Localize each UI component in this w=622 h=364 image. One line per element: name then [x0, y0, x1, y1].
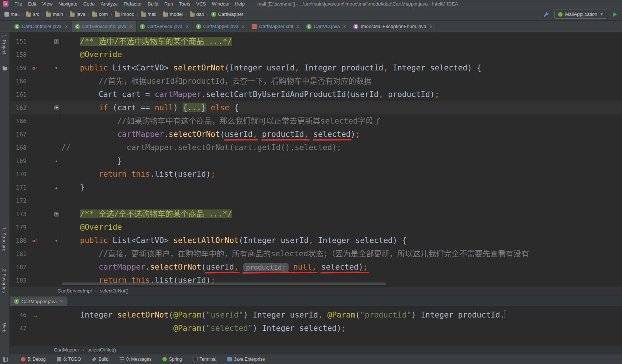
code-line[interactable]: 46→ Integer selectOrNot(@Param("userId")… — [10, 308, 622, 322]
breadcrumb-item-src[interactable]: src — [26, 11, 39, 17]
code-line[interactable]: 181 //直接，更新该用户，在购物车中的，所有商品的selected状态；（因… — [10, 247, 622, 260]
run-configuration-selector[interactable]: MallApplication ▼ — [554, 10, 607, 19]
close-icon[interactable]: × — [430, 24, 433, 30]
toolwindow-button-project[interactable]: 1: Project — [1, 35, 7, 55]
code-line[interactable]: 172 — [10, 194, 622, 207]
breadcrumb-item-cartserviceimpl[interactable]: CartServiceImpl — [58, 288, 92, 294]
menu-item-refactor[interactable]: Refactor — [121, 0, 145, 7]
code-line[interactable]: 182 cartMapper.selectOrNot(userId, produ… — [10, 260, 622, 274]
toolwindow-toggle-icon[interactable] — [3, 357, 8, 362]
statusbar-item-todo[interactable]: 6: TODO — [57, 357, 81, 362]
code-line[interactable]: 168// cartMapper.selectOrNot(cart.getId(… — [10, 141, 622, 154]
overriding-method-icon[interactable]: o↑ — [28, 238, 42, 243]
fold-open-icon[interactable]: ▾ — [54, 238, 59, 243]
code-line[interactable]: 170 return this.list(userId); — [10, 167, 622, 181]
code-line[interactable]: 167 cartMapper.selectOrNot(userId, produ… — [10, 128, 622, 141]
code-line[interactable]: 169▴ } — [10, 154, 622, 167]
tab-cartserviceimpl-java[interactable]: CartServiceImpl.java× — [72, 21, 137, 32]
code-line[interactable]: 159o↑▾ public List<CartVO> selectOrNot(I… — [10, 61, 622, 74]
scrollbar-thumb[interactable] — [62, 282, 386, 285]
statusbar-item-debug[interactable]: 5: Debug — [21, 357, 46, 362]
code-line[interactable]: 171▴ } — [10, 181, 622, 194]
close-icon[interactable]: × — [343, 24, 346, 30]
code-line[interactable]: 151+ /** 选中/不选中购物车的某个商品 ...*/ — [10, 35, 622, 48]
tab-cartservice-java[interactable]: CartService.java× — [137, 21, 193, 32]
run-button[interactable] — [612, 11, 618, 17]
code-token: , — [252, 130, 257, 139]
breadcrumb-item-main[interactable]: main — [46, 11, 63, 17]
toolwindow-button-structure[interactable]: 7: Structure — [1, 227, 7, 252]
breadcrumb-item-cartmapper[interactable]: CartMapper — [54, 347, 79, 353]
menu-item-build[interactable]: Build — [145, 0, 161, 7]
menu-item-vcs[interactable]: VCS — [193, 0, 209, 7]
menu-item-window[interactable]: Window — [209, 0, 232, 7]
fold-open-icon[interactable]: ▾ — [54, 65, 59, 71]
statusbar-item-messages[interactable]: 0: Messages — [120, 357, 151, 362]
close-icon[interactable]: × — [186, 24, 189, 30]
tab-cartmapper-xml[interactable]: CartMapper.xml× — [248, 21, 303, 32]
tab-cartcontroller-java[interactable]: CartController.java× — [11, 21, 72, 32]
close-icon[interactable]: × — [242, 24, 245, 30]
fold-plus-icon[interactable]: + — [54, 212, 59, 216]
close-icon[interactable]: × — [65, 24, 68, 30]
menu-item-tools[interactable]: Tools — [176, 0, 193, 7]
code-line[interactable]: 173+ /** 全选/全不选购物车的某个商品 ...*/ — [10, 207, 622, 221]
menu-item-view[interactable]: View — [39, 0, 55, 7]
build-tools-wrench-icon[interactable] — [543, 11, 549, 17]
menu-item-code[interactable]: Code — [80, 0, 98, 7]
fold-close-icon[interactable]: ▴ — [54, 158, 59, 164]
statusbar-item-terminal[interactable]: Terminal — [193, 357, 216, 362]
fold-plus-icon[interactable]: + — [54, 39, 59, 44]
breadcrumb-item-mall[interactable]: mall — [4, 11, 20, 17]
close-icon[interactable]: × — [130, 24, 133, 30]
menu-item-edit[interactable]: Edit — [25, 0, 39, 7]
menu-item-file[interactable]: File — [11, 0, 25, 7]
tab-cartmapper-java-bottom[interactable]: CartMapper.java × — [10, 297, 67, 306]
code-token: ; — [363, 263, 368, 271]
breadcrumb-item-selectornot[interactable]: selectOrNot() — [87, 347, 116, 353]
menu-item-help[interactable]: Help — [232, 0, 248, 7]
statusbar-item-spring[interactable]: Spring — [162, 357, 182, 362]
statusbar-item-build[interactable]: Build — [92, 357, 109, 362]
gutter: 159o↑▾ — [10, 61, 61, 74]
breadcrumb-item-dao[interactable]: dao — [190, 11, 205, 17]
fold-close-icon[interactable]: ▴ — [54, 185, 59, 190]
code-line[interactable]: 160 //首先，根据userId和productId，去查一下，看购物车中是否… — [10, 74, 622, 88]
code-token — [289, 263, 293, 271]
menu-item-run[interactable]: Run — [161, 0, 176, 7]
menu-item-analyze[interactable]: Analyze — [98, 0, 121, 7]
overriding-method-icon[interactable]: o↑ — [28, 65, 42, 71]
gutter: 166 — [10, 114, 61, 128]
breadcrumb-item-java[interactable]: java — [70, 11, 85, 17]
gutter: 161 — [10, 88, 61, 101]
intellij-logo-icon: IJ — [3, 1, 8, 7]
horizontal-scrollbar[interactable] — [62, 282, 621, 286]
breadcrumb-item-cartmapper[interactable]: CartMapper — [211, 11, 244, 17]
breadcrumb-item-selectornot[interactable]: selectOrNot() — [100, 288, 128, 294]
code-line[interactable]: 158 @Override — [10, 48, 622, 61]
statusbar-item-java-enterprise[interactable]: Java Enterprise — [227, 357, 265, 362]
execution-arrow-icon[interactable]: → — [28, 311, 42, 319]
code-line[interactable]: 161 Cart cart = cartMapper.selectCartByU… — [10, 88, 622, 101]
close-icon[interactable]: × — [296, 24, 299, 30]
tab-cartvo-java[interactable]: CartVO.java× — [303, 21, 350, 32]
code-line[interactable]: 179 @Override — [10, 221, 622, 234]
toolwindow-button-web[interactable]: Web — [1, 323, 7, 332]
bottom-code-editor[interactable]: 46→ Integer selectOrNot(@Param("userId")… — [10, 306, 622, 345]
code-token: @Param — [173, 311, 201, 319]
fold-plus-icon[interactable]: + — [54, 105, 59, 110]
close-icon[interactable]: × — [60, 298, 63, 304]
breadcrumb-item-mall[interactable]: mall — [141, 11, 157, 17]
toolwindow-button-favorites[interactable]: 2: Favorites — [1, 268, 7, 293]
code-line[interactable]: 47 @Param("selected") Integer selected); — [10, 322, 622, 335]
breadcrumb-item-model[interactable]: model — [163, 11, 183, 17]
tab-imoocmallexceptionenum-java[interactable]: ImoocMallExceptionEnum.java× — [350, 21, 436, 32]
code-line[interactable]: 180o↑▾ public List<CartVO> selectAllOrNo… — [10, 234, 622, 247]
code-line[interactable]: 166 //如果购物车中有这个商品，那么我们就可以正常去更新其selected字… — [10, 114, 622, 128]
breadcrumb-item-com[interactable]: com — [92, 11, 108, 17]
code-line[interactable]: 162+ if (cart == null) {...} else { — [10, 101, 622, 114]
main-code-editor[interactable]: 151+ /** 选中/不选中购物车的某个商品 ...*/158 @Overri… — [10, 32, 622, 286]
breadcrumb-item-imooc[interactable]: imooc — [115, 11, 134, 17]
tab-cartmapper-java[interactable]: CartMapper.java× — [193, 21, 249, 32]
menu-item-navigate[interactable]: Navigate — [55, 0, 80, 7]
